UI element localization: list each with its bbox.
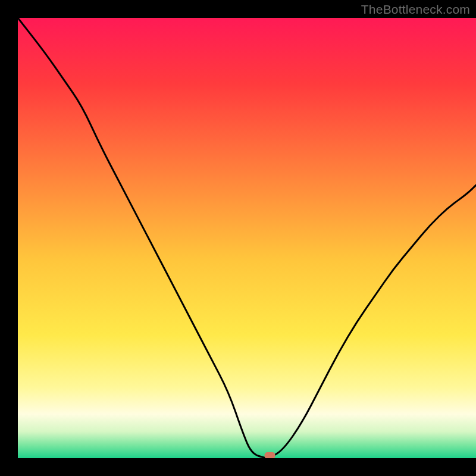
watermark-text: TheBottleneck.com — [361, 2, 470, 17]
plot-area — [18, 18, 476, 458]
optimum-marker — [265, 452, 275, 458]
chart-frame: TheBottleneck.com — [0, 0, 476, 476]
chart-svg — [18, 18, 476, 458]
gradient-background — [18, 18, 476, 458]
